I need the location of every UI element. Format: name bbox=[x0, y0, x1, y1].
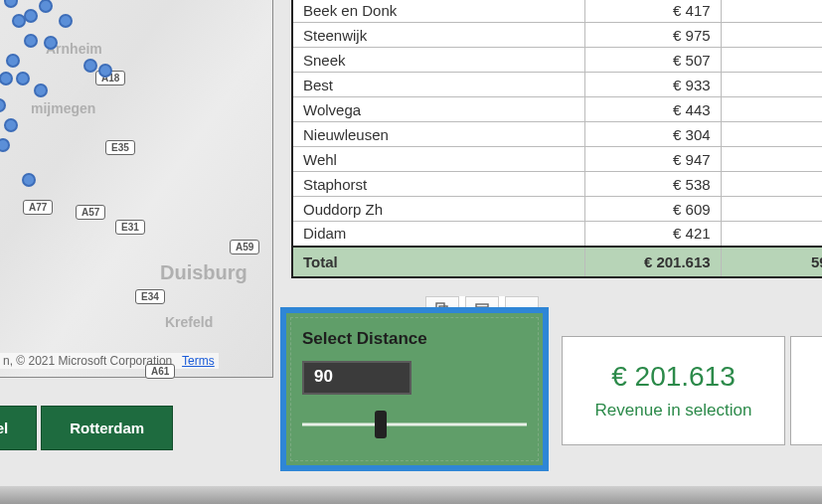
road-shield: E34 bbox=[135, 289, 165, 304]
cell-name: Wolvega bbox=[293, 97, 585, 122]
map-marker[interactable] bbox=[34, 84, 48, 97]
total-value: € 201.613 bbox=[585, 247, 721, 276]
map-marker[interactable] bbox=[6, 54, 20, 68]
cell-name: Wehl bbox=[293, 147, 585, 172]
map-marker[interactable] bbox=[24, 9, 38, 23]
cell-value: € 947 bbox=[585, 147, 721, 172]
road-shield: E31 bbox=[115, 220, 145, 235]
table-row[interactable]: Nieuwleusen€ 304 bbox=[293, 122, 822, 147]
table-row[interactable]: Beek en Donk€ 417 bbox=[293, 0, 822, 23]
cell-value: € 933 bbox=[585, 73, 721, 97]
cell-count bbox=[721, 147, 822, 172]
cell-value: € 443 bbox=[585, 97, 721, 122]
cell-value: € 417 bbox=[585, 0, 721, 23]
map-marker[interactable] bbox=[98, 64, 112, 78]
cell-name: Didam bbox=[293, 222, 585, 247]
map-terms-link[interactable]: Terms bbox=[182, 354, 215, 368]
distance-slider[interactable] bbox=[302, 413, 527, 436]
slider-thumb[interactable] bbox=[375, 411, 387, 438]
map-marker[interactable] bbox=[22, 173, 36, 187]
cell-count bbox=[721, 222, 822, 247]
cell-name: Staphorst bbox=[293, 172, 585, 197]
map-marker[interactable] bbox=[44, 36, 58, 50]
cell-count bbox=[721, 197, 822, 222]
slider-track bbox=[302, 423, 527, 426]
road-shield: A77 bbox=[23, 200, 53, 215]
cell-name: Nieuwleusen bbox=[293, 122, 585, 147]
table-row[interactable]: Wolvega€ 443 bbox=[293, 97, 822, 122]
bottom-gutter bbox=[0, 486, 822, 504]
kpi-revenue: € 201.613 Revenue in selection bbox=[562, 336, 785, 445]
table-row[interactable]: Wehl€ 947 bbox=[293, 147, 822, 172]
kpi-revenue-label: Revenue in selection bbox=[595, 401, 752, 420]
distance-value[interactable]: 90 bbox=[302, 361, 411, 395]
cell-name: Ouddorp Zh bbox=[293, 197, 585, 222]
map-marker[interactable] bbox=[59, 14, 73, 28]
cell-name: Beek en Donk bbox=[293, 0, 585, 23]
cell-count bbox=[721, 122, 822, 147]
road-shield: E35 bbox=[105, 140, 135, 155]
map-canvas[interactable] bbox=[0, 0, 272, 377]
total-label: Total bbox=[293, 247, 585, 276]
road-shield: A59 bbox=[230, 240, 259, 254]
cell-count bbox=[721, 97, 822, 122]
kpi-secondary: De bbox=[790, 336, 822, 445]
table-row[interactable]: Sneek€ 507 bbox=[293, 48, 822, 73]
road-shield: A57 bbox=[76, 205, 105, 220]
select-distance-widget[interactable]: Select Distance 90 bbox=[280, 307, 549, 471]
table-row[interactable]: Ouddorp Zh€ 609 bbox=[293, 197, 822, 222]
cell-name: Best bbox=[293, 73, 585, 97]
distance-title: Select Distance bbox=[302, 329, 527, 349]
data-table: Heerenveen€ 768Beek en Donk€ 417Steenwij… bbox=[291, 0, 822, 278]
cell-value: € 507 bbox=[585, 48, 721, 73]
map-panel[interactable]: n, © 2021 Microsoft Corporation Terms Ar… bbox=[0, 0, 273, 378]
city-button[interactable]: Rotterdam bbox=[41, 406, 173, 450]
table-row[interactable]: Best€ 933 bbox=[293, 73, 822, 97]
map-attribution: n, © 2021 Microsoft Corporation Terms bbox=[0, 353, 219, 369]
cell-count bbox=[721, 0, 822, 23]
cell-value: € 304 bbox=[585, 122, 721, 147]
cell-count bbox=[721, 73, 822, 97]
table: Heerenveen€ 768Beek en Donk€ 417Steenwij… bbox=[293, 0, 822, 276]
map-marker[interactable] bbox=[83, 59, 97, 73]
table-row[interactable]: Staphorst€ 538 bbox=[293, 172, 822, 197]
table-total-row: Total € 201.613 599 bbox=[293, 247, 822, 276]
map-marker[interactable] bbox=[4, 118, 18, 132]
cell-count bbox=[721, 172, 822, 197]
cell-value: € 538 bbox=[585, 172, 721, 197]
table-row[interactable]: Didam€ 421 bbox=[293, 222, 822, 247]
cell-name: Sneek bbox=[293, 48, 585, 73]
cell-value: € 975 bbox=[585, 23, 721, 48]
kpi-revenue-value: € 201.613 bbox=[611, 361, 736, 393]
cell-count bbox=[721, 48, 822, 73]
table-row[interactable]: Steenwijk€ 975 bbox=[293, 23, 822, 48]
city-button[interactable]: eppel bbox=[0, 406, 37, 450]
map-marker[interactable] bbox=[24, 34, 38, 48]
total-count: 599 bbox=[721, 247, 822, 276]
map-marker[interactable] bbox=[16, 72, 30, 85]
cell-value: € 421 bbox=[585, 222, 721, 247]
cell-count bbox=[721, 23, 822, 48]
road-shield: A61 bbox=[145, 364, 175, 379]
cell-value: € 609 bbox=[585, 197, 721, 222]
city-buttons-row: eppelRotterdam bbox=[0, 406, 173, 450]
cell-name: Steenwijk bbox=[293, 23, 585, 48]
table-body: Heerenveen€ 768Beek en Donk€ 417Steenwij… bbox=[293, 0, 822, 247]
